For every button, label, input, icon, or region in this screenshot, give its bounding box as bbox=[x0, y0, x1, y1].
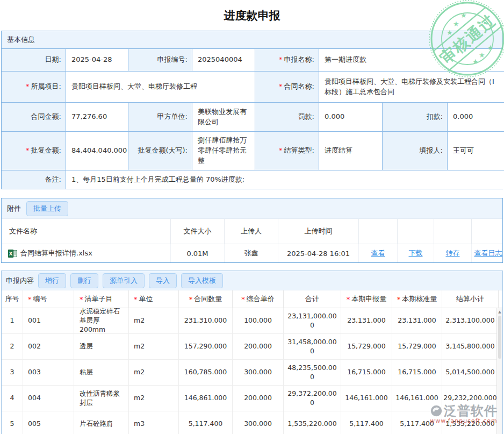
page-title: 进度款申报 bbox=[0, 0, 504, 31]
cell-contract_qty: 231,310.000 bbox=[179, 308, 233, 334]
cell-no: 5 bbox=[2, 411, 23, 434]
cell-contract_qty: 157,290.000 bbox=[179, 334, 233, 360]
party-a-label: 甲方单位: bbox=[128, 103, 192, 132]
import-button[interactable]: 导入 bbox=[149, 273, 177, 288]
contract-amount-label: 合同金额: bbox=[2, 103, 66, 132]
cell-unit: m2 bbox=[129, 360, 179, 386]
scroll-up-arrow-icon[interactable]: ▲ bbox=[497, 308, 502, 315]
required-asterisk: * bbox=[80, 295, 83, 303]
project-value: 贵阳项目样板间、大堂、电梯厅装修工程 bbox=[66, 72, 255, 103]
settle-type-value: 进度结算 bbox=[319, 132, 383, 170]
required-asterisk: * bbox=[279, 82, 283, 92]
import-template-button[interactable]: 导入模板 bbox=[181, 273, 223, 288]
column-header-empty bbox=[398, 219, 434, 244]
approved-caps-value: 捌仟肆佰肆拾万零肆仟零肆拾元整 bbox=[192, 132, 255, 170]
file-name: 合同结算申报详情.xlsx bbox=[20, 248, 92, 258]
remark-value: 1、每月15日前支付上个月完成工程总量的 70%进度款; bbox=[66, 170, 504, 189]
cell-contract_qty: 5,117.400 bbox=[179, 411, 233, 434]
batch-upload-button[interactable]: 批量上传 bbox=[26, 201, 68, 216]
required-asterisk: * bbox=[26, 146, 30, 156]
cell-item: 透层 bbox=[74, 334, 129, 360]
view-link[interactable]: 查看 bbox=[371, 248, 385, 258]
cell-approved_qty: 146,161.000 bbox=[392, 386, 442, 411]
cell-no: 4 bbox=[2, 386, 23, 411]
cell-approved_qty: 5,117.400 bbox=[392, 411, 442, 434]
cell-subtotal: 2,313,100.000 bbox=[442, 308, 499, 334]
cell-unit: m3 bbox=[129, 411, 179, 434]
column-header-empty bbox=[434, 219, 472, 244]
delete-row-button[interactable]: 删行 bbox=[70, 273, 98, 288]
column-header-unit: *单位 bbox=[129, 290, 179, 308]
cell-unit_price: 200.000 bbox=[233, 334, 284, 360]
approved-amount-value: 84,404,040.000 bbox=[66, 132, 128, 170]
required-asterisk: * bbox=[26, 82, 30, 92]
table-row: 2002透层m2157,290.000200.00031,458,000.000… bbox=[2, 334, 502, 360]
penalty-value: 0.000 bbox=[319, 103, 383, 132]
contract-name-label: *合同名称: bbox=[255, 72, 319, 103]
cell-total: 23,131,000.000 bbox=[284, 308, 341, 334]
date-label: 日期: bbox=[2, 49, 66, 72]
required-asterisk: * bbox=[28, 295, 32, 303]
view-log-link[interactable]: 查看日志 bbox=[474, 248, 502, 258]
cell-total: 31,458,000.000 bbox=[284, 334, 341, 360]
declare-name-label: *申报名称: bbox=[255, 49, 319, 72]
basic-info-section-title: 基本信息 bbox=[2, 31, 502, 49]
attachments-panel: 附件 批量上传 文件名称 文件大小 上传人 上传时间 X 合同结算申报详情.xl… bbox=[1, 198, 503, 263]
transfer-link[interactable]: 转存 bbox=[446, 248, 460, 258]
cell-approved_qty: 16,715.000 bbox=[392, 360, 442, 386]
cell-item: 片石砼路肩 bbox=[74, 411, 129, 434]
declaration-table-header: 序号*编号*清单子目*单位*合同数量*综合单价合计*本期申报量*本期核准量结算小… bbox=[2, 290, 502, 308]
penalty-label: 罚款: bbox=[255, 103, 319, 132]
cell-no: 1 bbox=[2, 308, 23, 334]
scrollbar-thumb[interactable] bbox=[498, 316, 501, 359]
attachment-row: X 合同结算申报详情.xlsx 0.01M 张鑫 2025-04-28 16:0… bbox=[2, 244, 502, 262]
required-asterisk: * bbox=[347, 295, 350, 303]
cell-total: 29,372,200.000 bbox=[284, 386, 341, 411]
cell-unit: m2 bbox=[129, 334, 179, 360]
table-scrollbar[interactable]: ▲ bbox=[496, 308, 502, 434]
table-row: 3003粘层m2160,785.000300.00048,235,500.000… bbox=[2, 360, 502, 386]
column-header-file-size: 文件大小 bbox=[171, 219, 225, 244]
column-header-file-name: 文件名称 bbox=[2, 219, 171, 244]
cell-declared_qty: 15,729.000 bbox=[341, 334, 392, 360]
project-label: *所属项目: bbox=[2, 72, 66, 103]
cell-no: 2 bbox=[2, 334, 23, 360]
cell-no: 3 bbox=[2, 360, 23, 386]
file-size-cell: 0.01M bbox=[171, 244, 225, 262]
column-header-empty bbox=[472, 219, 504, 244]
column-header-item: *清单子目 bbox=[74, 290, 129, 308]
required-asterisk: * bbox=[397, 295, 401, 303]
required-asterisk: * bbox=[189, 295, 193, 303]
basic-info-panel: 基本信息 日期: 2025-04-28 申报编号: 2025040004 *申报… bbox=[1, 31, 503, 189]
cell-code: 005 bbox=[23, 411, 74, 434]
cell-subtotal: 1,535,220.000 bbox=[442, 411, 499, 434]
cell-total: 48,235,500.000 bbox=[284, 360, 341, 386]
download-link[interactable]: 下载 bbox=[409, 248, 423, 258]
source-import-button[interactable]: 源单引入 bbox=[103, 273, 145, 288]
column-header-declared_qty: *本期申报量 bbox=[341, 290, 392, 308]
cell-approved_qty: 15,729.000 bbox=[392, 334, 442, 360]
remark-label: 备注: bbox=[2, 170, 66, 189]
declare-name-value: 第一期进度款 bbox=[319, 49, 504, 72]
settle-type-label: *结算类型: bbox=[255, 132, 319, 170]
cell-declared_qty: 16,715.000 bbox=[341, 360, 392, 386]
declare-no-value: 2025040004 bbox=[192, 49, 255, 72]
add-row-button[interactable]: 增行 bbox=[38, 273, 66, 288]
declaration-table-body: 1001水泥稳定碎石基层厚200mmm2231,310.000100.00023… bbox=[2, 308, 502, 434]
upload-time-cell: 2025-04-28 16:01 bbox=[278, 244, 359, 262]
contract-name-value: 贵阳项目样板间、大堂、电梯厅装修及安装工程合同（Ⅰ标段）施工总承包合同 bbox=[319, 72, 504, 103]
cell-code: 002 bbox=[23, 334, 74, 360]
cell-declared_qty: 5,117.400 bbox=[341, 411, 392, 434]
column-header-total: 合计 bbox=[284, 290, 341, 308]
cell-unit_price: 100.000 bbox=[233, 308, 284, 334]
cell-declared_qty: 23,131.000 bbox=[341, 308, 392, 334]
declaration-section-title: 申报内容 bbox=[6, 276, 34, 286]
uploader-cell: 张鑫 bbox=[225, 244, 278, 262]
column-header-unit_price: *综合单价 bbox=[233, 290, 284, 308]
cell-declared_qty: 146,161.000 bbox=[341, 386, 392, 411]
party-a-value: 美联物业发展有限公司 bbox=[192, 103, 255, 132]
basic-info-grid: 日期: 2025-04-28 申报编号: 2025040004 *申报名称: 第… bbox=[2, 49, 502, 189]
cell-item: 改性沥青稀浆封层 bbox=[74, 386, 129, 411]
required-asterisk: * bbox=[134, 295, 138, 303]
column-header-no: 序号 bbox=[2, 290, 23, 308]
